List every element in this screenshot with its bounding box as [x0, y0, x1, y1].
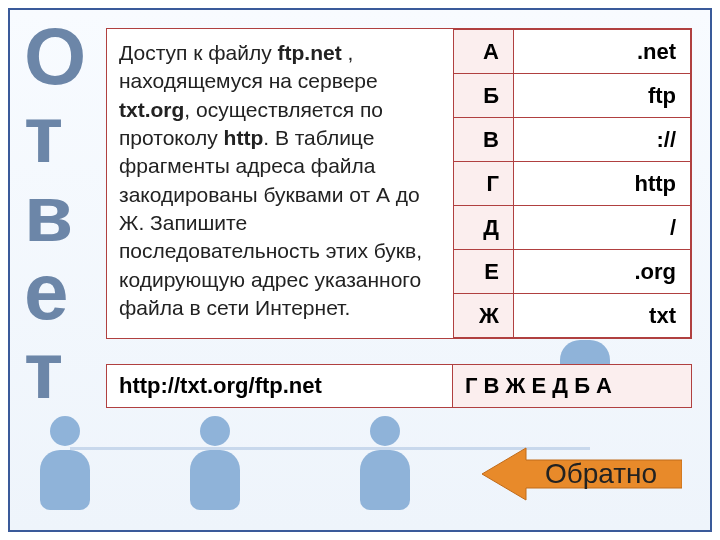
back-button[interactable]: Обратно [482, 446, 682, 502]
table-row: А.net [454, 30, 691, 74]
q-bold: ftp.net [278, 41, 342, 64]
fragment-letter: Б [454, 74, 514, 118]
answer-row: http://txt.org/ftp.net Г В Ж Е Д Б А [106, 364, 692, 408]
table-row: В:// [454, 118, 691, 162]
title-letter: в [24, 175, 94, 253]
answer-sequence: Г В Ж Е Д Б А [453, 365, 691, 407]
arrow-left-icon [482, 446, 682, 502]
fragment-letter: А [454, 30, 514, 74]
q-bold: http [224, 126, 264, 149]
slide-title-vertical: Ответ [24, 18, 94, 410]
fragment-letter: Ж [454, 294, 514, 338]
fragment-value: http [514, 162, 691, 206]
fragment-letter: Г [454, 162, 514, 206]
fragment-letter: В [454, 118, 514, 162]
fragment-value: .org [514, 250, 691, 294]
fragment-value: .net [514, 30, 691, 74]
fragments-table: А.netБftpВ://ГhttpД/Е.orgЖtxt [453, 29, 691, 338]
table-row: Е.org [454, 250, 691, 294]
title-letter: т [24, 332, 94, 410]
question-text: Доступ к файлу ftp.net , находящемуся на… [107, 29, 453, 338]
q-part: Доступ к файлу [119, 41, 278, 64]
q-bold: txt.org [119, 98, 184, 121]
table-row: Жtxt [454, 294, 691, 338]
fragment-value: txt [514, 294, 691, 338]
slide-frame: Ответ Доступ к файлу ftp.net , находящем… [8, 8, 712, 532]
answer-url: http://txt.org/ftp.net [107, 365, 453, 407]
title-letter: т [24, 96, 94, 174]
q-part: . В таблице фрагменты адреса файла закод… [119, 126, 422, 319]
question-box: Доступ к файлу ftp.net , находящемуся на… [106, 28, 692, 339]
svg-marker-0 [482, 448, 682, 500]
fragment-value: :// [514, 118, 691, 162]
title-letter: О [24, 18, 94, 96]
fragment-value: / [514, 206, 691, 250]
table-row: Бftp [454, 74, 691, 118]
title-letter: е [24, 253, 94, 331]
fragments-tbody: А.netБftpВ://ГhttpД/Е.orgЖtxt [454, 30, 691, 338]
table-row: Д/ [454, 206, 691, 250]
table-row: Гhttp [454, 162, 691, 206]
fragment-letter: Е [454, 250, 514, 294]
fragment-value: ftp [514, 74, 691, 118]
fragment-letter: Д [454, 206, 514, 250]
